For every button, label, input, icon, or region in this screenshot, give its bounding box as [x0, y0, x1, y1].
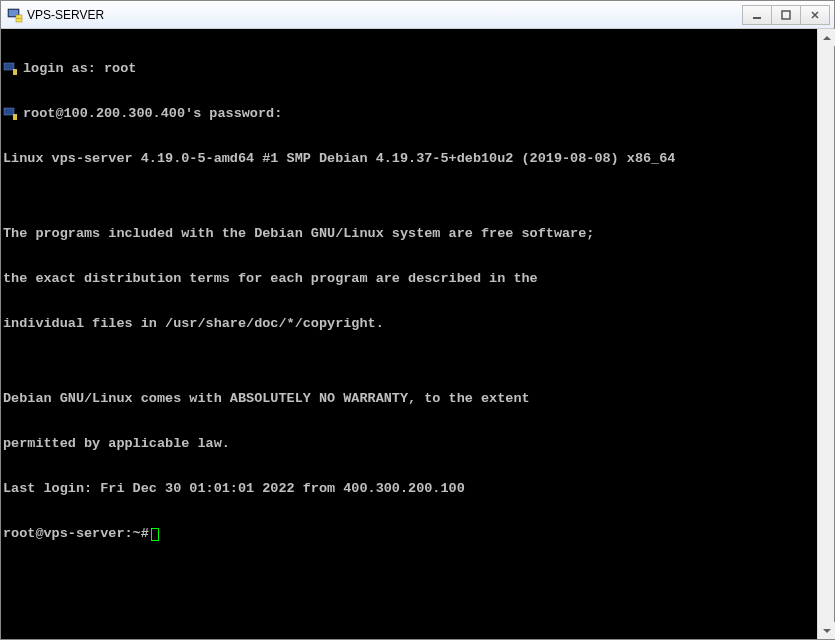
login-prompt: login as: root	[23, 61, 136, 76]
arrow-down-icon	[823, 629, 831, 633]
svg-rect-9	[13, 114, 17, 120]
arrow-up-icon	[823, 36, 831, 40]
putty-window: VPS-SERVER login as: root	[0, 0, 835, 640]
terminal-line: permitted by applicable law.	[3, 436, 815, 451]
terminal-line: Debian GNU/Linux comes with ABSOLUTELY N…	[3, 391, 815, 406]
terminal-line: individual files in /usr/share/doc/*/cop…	[3, 316, 815, 331]
terminal-line: Linux vps-server 4.19.0-5-amd64 #1 SMP D…	[3, 151, 815, 166]
terminal-line: the exact distribution terms for each pr…	[3, 271, 815, 286]
svg-rect-6	[4, 63, 14, 70]
window-title: VPS-SERVER	[27, 8, 743, 22]
scroll-up-button[interactable]	[818, 29, 835, 46]
terminal-prompt-line: root@vps-server:~#	[3, 526, 815, 541]
close-button[interactable]	[800, 5, 830, 25]
computer-icon	[3, 107, 17, 121]
terminal-line: root@100.200.300.400's password:	[3, 106, 815, 121]
scroll-down-button[interactable]	[818, 622, 835, 639]
cursor	[151, 528, 159, 541]
terminal-area: login as: root root@100.200.300.400's pa…	[1, 29, 834, 639]
terminal-line: Last login: Fri Dec 30 01:01:01 2022 fro…	[3, 481, 815, 496]
svg-rect-4	[753, 17, 761, 19]
scrollbar[interactable]	[817, 29, 834, 639]
terminal-line: login as: root	[3, 61, 815, 76]
svg-rect-7	[13, 69, 17, 75]
maximize-button[interactable]	[771, 5, 801, 25]
window-controls	[743, 5, 830, 25]
svg-rect-5	[782, 11, 790, 19]
terminal-line: The programs included with the Debian GN…	[3, 226, 815, 241]
shell-prompt: root@vps-server:~#	[3, 526, 149, 541]
password-prompt: root@100.200.300.400's password:	[23, 106, 282, 121]
putty-icon	[7, 7, 23, 23]
titlebar[interactable]: VPS-SERVER	[1, 1, 834, 29]
svg-rect-8	[4, 108, 14, 115]
minimize-button[interactable]	[742, 5, 772, 25]
terminal[interactable]: login as: root root@100.200.300.400's pa…	[1, 29, 817, 639]
scroll-track[interactable]	[818, 46, 834, 622]
computer-icon	[3, 62, 17, 76]
